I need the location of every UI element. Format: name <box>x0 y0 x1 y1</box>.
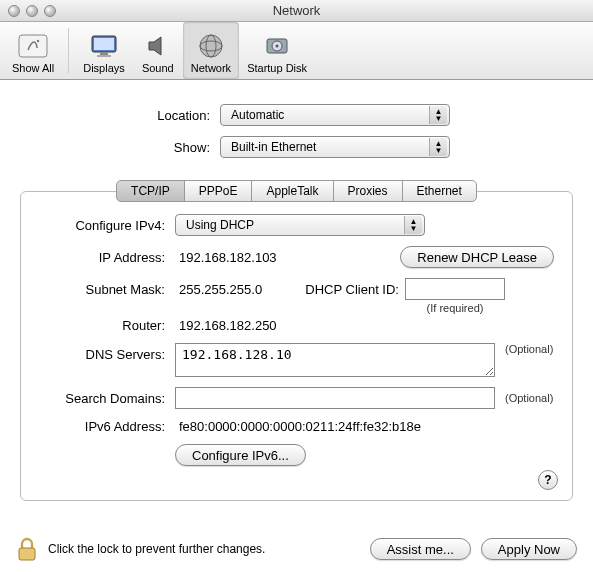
svg-rect-3 <box>94 38 114 50</box>
help-button[interactable]: ? <box>538 470 558 490</box>
renew-dhcp-button[interactable]: Renew DHCP Lease <box>400 246 554 268</box>
tab-appletalk[interactable]: AppleTalk <box>251 180 333 202</box>
show-value: Built-in Ethernet <box>231 140 316 154</box>
startup-disk-icon <box>261 30 293 62</box>
show-label: Show: <box>20 140 220 155</box>
svg-point-1 <box>37 39 39 41</box>
tab-tcpip[interactable]: TCP/IP <box>116 180 185 202</box>
location-value: Automatic <box>231 108 284 122</box>
network-icon <box>195 30 227 62</box>
toolbar-divider <box>68 28 69 73</box>
svg-point-6 <box>200 35 222 57</box>
toolbar-label: Show All <box>12 62 54 74</box>
configure-ipv6-button[interactable]: Configure IPv6... <box>175 444 306 466</box>
dhcp-client-id-input[interactable] <box>405 278 505 300</box>
configure-ipv4-label: Configure IPv4: <box>39 218 175 233</box>
show-all-icon <box>17 30 49 62</box>
tab-bar: TCP/IP PPPoE AppleTalk Proxies Ethernet <box>20 180 573 202</box>
svg-rect-4 <box>100 52 108 55</box>
toolbar-label: Displays <box>83 62 125 74</box>
toolbar-displays[interactable]: Displays <box>75 22 133 79</box>
toolbar-sound[interactable]: Sound <box>133 22 183 79</box>
tab-pppoe[interactable]: PPPoE <box>184 180 253 202</box>
lock-text: Click the lock to prevent further change… <box>48 542 265 556</box>
apply-now-button[interactable]: Apply Now <box>481 538 577 560</box>
svg-rect-0 <box>19 35 47 57</box>
router-label: Router: <box>39 318 175 333</box>
dhcp-client-id-label: DHCP Client ID: <box>295 282 405 297</box>
ipv6-address-value: fe80:0000:0000:0000:0211:24ff:fe32:b18e <box>175 419 421 434</box>
displays-icon <box>88 30 120 62</box>
titlebar: Network <box>0 0 593 22</box>
subnet-mask-label: Subnet Mask: <box>39 282 175 297</box>
sound-icon <box>142 30 174 62</box>
window-title: Network <box>0 3 593 18</box>
subnet-mask-value: 255.255.255.0 <box>175 282 295 297</box>
ip-address-label: IP Address: <box>39 250 175 265</box>
configure-ipv4-value: Using DHCP <box>186 218 254 232</box>
svg-rect-12 <box>19 548 35 560</box>
tcpip-pane: Configure IPv4: Using DHCP ▲▼ IP Address… <box>20 191 573 501</box>
tab-proxies[interactable]: Proxies <box>333 180 403 202</box>
dns-optional-label: (Optional) <box>505 343 553 355</box>
search-optional-label: (Optional) <box>505 392 553 404</box>
search-domains-input[interactable] <box>175 387 495 409</box>
lock-icon[interactable] <box>16 536 38 562</box>
client-id-note: (If required) <box>405 302 505 314</box>
toolbar-show-all[interactable]: Show All <box>4 22 62 79</box>
content: Location: Automatic ▲▼ Show: Built-in Et… <box>0 80 593 509</box>
toolbar-label: Sound <box>142 62 174 74</box>
svg-rect-5 <box>97 55 111 57</box>
location-select[interactable]: Automatic ▲▼ <box>220 104 450 126</box>
select-arrows-icon: ▲▼ <box>404 216 422 234</box>
toolbar: Show All Displays Sound <box>0 22 593 80</box>
dns-servers-input[interactable] <box>175 343 495 377</box>
svg-point-11 <box>276 44 279 47</box>
router-value: 192.168.182.250 <box>175 318 277 333</box>
select-arrows-icon: ▲▼ <box>429 138 447 156</box>
toolbar-label: Network <box>191 62 231 74</box>
footer: Click the lock to prevent further change… <box>16 536 577 562</box>
toolbar-startup-disk[interactable]: Startup Disk <box>239 22 315 79</box>
select-arrows-icon: ▲▼ <box>429 106 447 124</box>
show-select[interactable]: Built-in Ethernet ▲▼ <box>220 136 450 158</box>
configure-ipv4-select[interactable]: Using DHCP ▲▼ <box>175 214 425 236</box>
toolbar-network[interactable]: Network <box>183 22 239 79</box>
dns-servers-label: DNS Servers: <box>39 343 175 362</box>
ipv6-address-label: IPv6 Address: <box>39 419 175 434</box>
search-domains-label: Search Domains: <box>39 391 175 406</box>
location-label: Location: <box>20 108 220 123</box>
toolbar-label: Startup Disk <box>247 62 307 74</box>
assist-me-button[interactable]: Assist me... <box>370 538 471 560</box>
ip-address-value: 192.168.182.103 <box>175 250 345 265</box>
tab-ethernet[interactable]: Ethernet <box>402 180 477 202</box>
